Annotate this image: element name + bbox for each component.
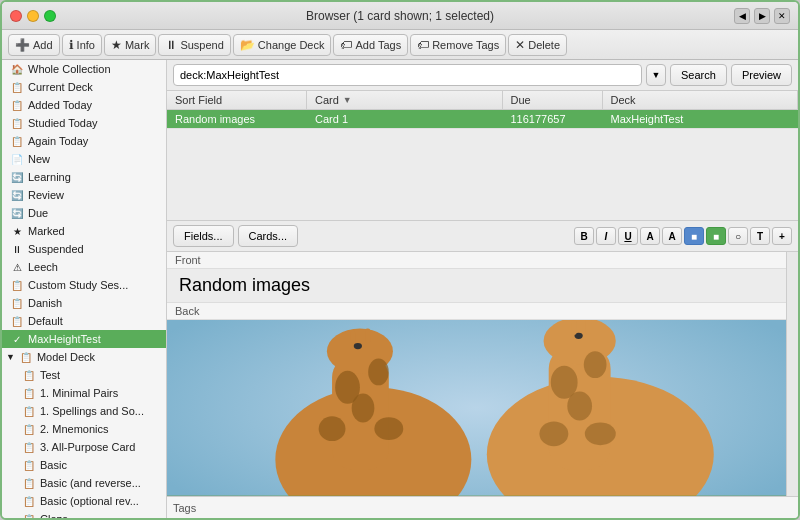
sidebar-item-learning[interactable]: 🔄 Learning (2, 168, 166, 186)
all-purpose-icon: 📋 (22, 440, 36, 454)
sidebar-item-basic[interactable]: 📋 Basic (2, 456, 166, 474)
danish-icon: 📋 (10, 296, 24, 310)
table-header: Sort Field Card ▼ Due Deck (167, 91, 798, 110)
search-dropdown[interactable]: ▼ (646, 64, 666, 86)
title-bar-right: ◀ ▶ ✕ (734, 8, 790, 24)
model-deck-icon: 📋 (19, 350, 33, 364)
table-row[interactable]: Random images Card 1 116177657 MaxHeight… (167, 110, 798, 129)
due-cell: 116177657 (503, 110, 603, 128)
tags-input[interactable] (202, 500, 792, 516)
cards-button[interactable]: Cards... (238, 225, 299, 247)
card-header[interactable]: Card ▼ (307, 91, 503, 109)
main-area: 🏠 Whole Collection 📋 Current Deck 📋 Adde… (2, 60, 798, 518)
remove-tags-icon: 🏷 (417, 38, 429, 52)
cloze-icon: 📋 (22, 512, 36, 518)
fields-button[interactable]: Fields... (173, 225, 234, 247)
new-icon: 📄 (10, 152, 24, 166)
circle-button[interactable]: ○ (728, 227, 748, 245)
delete-icon: ✕ (515, 38, 525, 52)
font-size-button[interactable]: A (662, 227, 682, 245)
sidebar-item-added-today[interactable]: 📋 Added Today (2, 96, 166, 114)
sidebar-item-all-purpose[interactable]: 📋 3. All-Purpose Card (2, 438, 166, 456)
front-label: Front (167, 252, 786, 269)
preview-scrollbar[interactable] (786, 252, 798, 496)
color-blue-button[interactable]: ■ (684, 227, 704, 245)
sidebar-item-minimal-pairs[interactable]: 📋 1. Minimal Pairs (2, 384, 166, 402)
due-header[interactable]: Due (503, 91, 603, 109)
card-preview: Front Random images Back (167, 252, 786, 496)
added-today-icon: 📋 (10, 98, 24, 112)
sidebar-item-whole-collection[interactable]: 🏠 Whole Collection (2, 60, 166, 78)
sidebar-item-new[interactable]: 📄 New (2, 150, 166, 168)
sidebar-item-default[interactable]: 📋 Default (2, 312, 166, 330)
nav-close[interactable]: ✕ (774, 8, 790, 24)
search-input[interactable] (173, 64, 642, 86)
add-icon: ➕ (15, 38, 30, 52)
search-bar: ▼ Search Preview (167, 60, 798, 91)
sidebar-item-basic-optional[interactable]: 📋 Basic (optional rev... (2, 492, 166, 510)
sidebar-item-leech[interactable]: ⚠ Leech (2, 258, 166, 276)
italic-button[interactable]: I (596, 227, 616, 245)
again-today-icon: 📋 (10, 134, 24, 148)
sort-field-header[interactable]: Sort Field (167, 91, 307, 109)
sidebar: 🏠 Whole Collection 📋 Current Deck 📋 Adde… (2, 60, 167, 518)
sidebar-item-test[interactable]: 📋 Test (2, 366, 166, 384)
sidebar-item-danish[interactable]: 📋 Danish (2, 294, 166, 312)
review-icon: 🔄 (10, 188, 24, 202)
font-color-button[interactable]: A (640, 227, 660, 245)
text-button[interactable]: T (750, 227, 770, 245)
current-deck-icon: 📋 (10, 80, 24, 94)
minimize-button[interactable] (27, 10, 39, 22)
content-area: ▼ Search Preview Sort Field Card ▼ Due (167, 60, 798, 518)
custom-study-icon: 📋 (10, 278, 24, 292)
delete-button[interactable]: ✕ Delete (508, 34, 567, 56)
bold-button[interactable]: B (574, 227, 594, 245)
deck-header[interactable]: Deck (603, 91, 799, 109)
maximize-button[interactable] (44, 10, 56, 22)
search-button[interactable]: Search (670, 64, 727, 86)
nav-back[interactable]: ◀ (734, 8, 750, 24)
sidebar-item-marked[interactable]: ★ Marked (2, 222, 166, 240)
sidebar-item-studied-today[interactable]: 📋 Studied Today (2, 114, 166, 132)
action-buttons: Fields... Cards... B I U A A ■ ■ ○ T + (167, 221, 798, 252)
card-cell: Card 1 (307, 110, 503, 128)
sidebar-item-mnemonics[interactable]: 📋 2. Mnemonics (2, 420, 166, 438)
sidebar-item-basic-reverse[interactable]: 📋 Basic (and reverse... (2, 474, 166, 492)
svg-point-9 (352, 394, 375, 423)
card-table: Sort Field Card ▼ Due Deck Random images (167, 91, 798, 221)
color-green-button[interactable]: ■ (706, 227, 726, 245)
preview-button[interactable]: Preview (731, 64, 792, 86)
sidebar-item-review[interactable]: 🔄 Review (2, 186, 166, 204)
info-button[interactable]: ℹ Info (62, 34, 102, 56)
sidebar-item-model-deck[interactable]: ▼ 📋 Model Deck (2, 348, 166, 366)
underline-button[interactable]: U (618, 227, 638, 245)
due-icon: 🔄 (10, 206, 24, 220)
mnemonics-icon: 📋 (22, 422, 36, 436)
sidebar-item-spellings[interactable]: 📋 1. Spellings and So... (2, 402, 166, 420)
suspend-button[interactable]: ⏸ Suspend (158, 34, 230, 56)
svg-point-14 (567, 391, 592, 420)
sidebar-item-current-deck[interactable]: 📋 Current Deck (2, 78, 166, 96)
sidebar-item-maxheighttest[interactable]: ✓ MaxHeightTest (2, 330, 166, 348)
svg-rect-20 (365, 329, 370, 343)
nav-forward[interactable]: ▶ (754, 8, 770, 24)
mark-button[interactable]: ★ Mark (104, 34, 156, 56)
sidebar-item-cloze[interactable]: 📋 Cloze (2, 510, 166, 518)
minimal-pairs-icon: 📋 (22, 386, 36, 400)
svg-point-13 (584, 351, 607, 378)
sidebar-item-again-today[interactable]: 📋 Again Today (2, 132, 166, 150)
card-front-text: Random images (167, 269, 786, 303)
add-media-button[interactable]: + (772, 227, 792, 245)
sidebar-item-suspended[interactable]: ⏸ Suspended (2, 240, 166, 258)
sidebar-item-due[interactable]: 🔄 Due (2, 204, 166, 222)
remove-tags-button[interactable]: 🏷 Remove Tags (410, 34, 506, 56)
sort-arrow-icon: ▼ (343, 95, 352, 105)
window-title: Browser (1 card shown; 1 selected) (306, 9, 494, 23)
sidebar-item-custom-study[interactable]: 📋 Custom Study Ses... (2, 276, 166, 294)
close-button[interactable] (10, 10, 22, 22)
change-deck-button[interactable]: 📂 Change Deck (233, 34, 332, 56)
add-tags-button[interactable]: 🏷 Add Tags (333, 34, 408, 56)
add-button[interactable]: ➕ Add (8, 34, 60, 56)
spellings-icon: 📋 (22, 404, 36, 418)
basic-reverse-icon: 📋 (22, 476, 36, 490)
